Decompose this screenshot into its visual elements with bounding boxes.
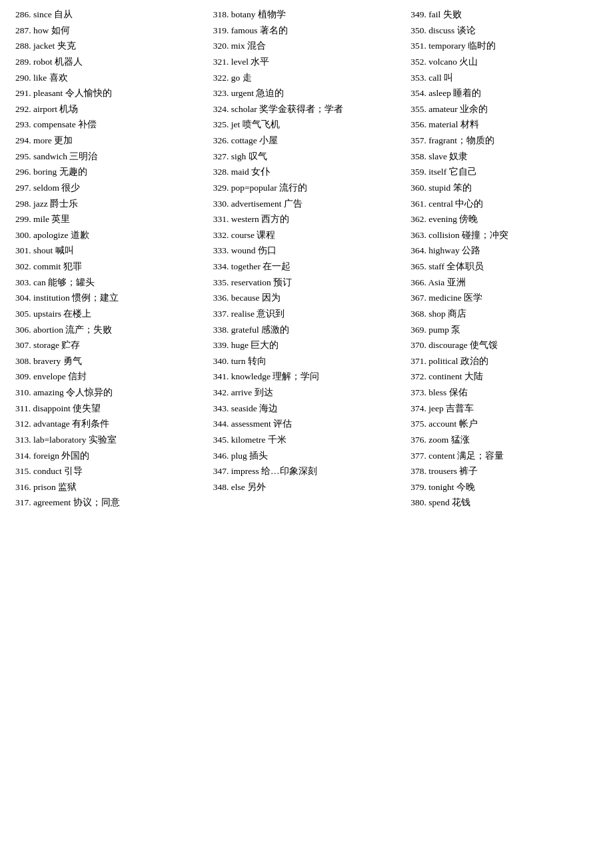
list-item: 378. trousers 裤子: [410, 463, 598, 479]
list-item: 343. seaside 海边: [213, 401, 400, 417]
list-item: 369. pump 泵: [410, 322, 598, 338]
list-item: 314. foreign 外国的: [15, 448, 203, 464]
list-item: 368. shop 商店: [410, 306, 598, 322]
list-item: 299. mile 英里: [15, 211, 203, 227]
list-item: 319. famous 著名的: [213, 23, 400, 39]
list-item: 375. account 帐户: [410, 416, 598, 432]
list-item: 359. itself 它自己: [410, 164, 598, 180]
list-item: 302. commit 犯罪: [15, 259, 203, 275]
column-2: 318. botany 植物学319. famous 著名的320. mix 混…: [208, 7, 406, 511]
list-item: 315. conduct 引导: [15, 463, 203, 479]
list-item: 345. kilometre 千米: [213, 432, 400, 448]
list-item: 360. stupid 笨的: [410, 180, 598, 196]
list-item: 288. jacket 夹克: [15, 38, 203, 54]
list-item: 322. go 走: [213, 70, 400, 86]
list-item: 307. storage 贮存: [15, 337, 203, 353]
list-item: 380. spend 花钱: [410, 495, 598, 511]
list-item: 326. cottage 小屋: [213, 133, 400, 149]
list-item: 313. lab=laboratory 实验室: [15, 432, 203, 448]
column-1: 286. since 自从287. how 如何288. jacket 夹克28…: [10, 7, 208, 511]
list-item: 348. else 另外: [213, 479, 400, 495]
list-item: 337. realise 意识到: [213, 306, 400, 322]
list-item: 291. pleasant 令人愉快的: [15, 85, 203, 101]
list-item: 340. turn 转向: [213, 353, 400, 369]
list-item: 335. reservation 预订: [213, 275, 400, 291]
list-item: 312. advantage 有利条件: [15, 416, 203, 432]
list-item: 350. discuss 谈论: [410, 23, 598, 39]
list-item: 346. plug 插头: [213, 448, 400, 464]
list-item: 331. western 西方的: [213, 211, 400, 227]
list-item: 344. assessment 评估: [213, 416, 400, 432]
list-item: 296. boring 无趣的: [15, 164, 203, 180]
list-item: 294. more 更加: [15, 133, 203, 149]
list-item: 373. bless 保佑: [410, 385, 598, 401]
list-item: 303. can 能够；罐头: [15, 275, 203, 291]
list-item: 297. seldom 很少: [15, 180, 203, 196]
list-item: 353. call 叫: [410, 70, 598, 86]
list-item: 301. shout 喊叫: [15, 243, 203, 259]
list-item: 329. pop=popular 流行的: [213, 180, 400, 196]
list-item: 358. slave 奴隶: [410, 149, 598, 165]
list-item: 298. jazz 爵士乐: [15, 196, 203, 212]
list-item: 292. airport 机场: [15, 101, 203, 117]
list-item: 310. amazing 令人惊异的: [15, 385, 203, 401]
list-item: 364. highway 公路: [410, 243, 598, 259]
list-item: 351. temporary 临时的: [410, 38, 598, 54]
list-item: 286. since 自从: [15, 7, 203, 23]
list-item: 342. arrive 到达: [213, 385, 400, 401]
list-item: 333. wound 伤口: [213, 243, 400, 259]
list-item: 316. prison 监狱: [15, 479, 203, 495]
list-item: 377. content 满足；容量: [410, 448, 598, 464]
list-item: 349. fail 失败: [410, 7, 598, 23]
list-item: 327. sigh 叹气: [213, 149, 400, 165]
list-item: 293. compensate 补偿: [15, 117, 203, 133]
list-item: 304. institution 惯例；建立: [15, 290, 203, 306]
list-item: 324. scholar 奖学金获得者；学者: [213, 101, 400, 117]
list-item: 305. upstairs 在楼上: [15, 306, 203, 322]
list-item: 336. because 因为: [213, 290, 400, 306]
list-item: 352. volcano 火山: [410, 54, 598, 70]
list-item: 311. disappoint 使失望: [15, 401, 203, 417]
list-item: 371. political 政治的: [410, 353, 598, 369]
list-item: 362. evening 傍晚: [410, 211, 598, 227]
list-item: 372. continent 大陆: [410, 369, 598, 385]
list-item: 370. discourage 使气馁: [410, 337, 598, 353]
list-item: 306. abortion 流产；失败: [15, 322, 203, 338]
list-item: 287. how 如何: [15, 23, 203, 39]
list-item: 332. course 课程: [213, 227, 400, 243]
list-item: 289. robot 机器人: [15, 54, 203, 70]
list-item: 295. sandwich 三明治: [15, 149, 203, 165]
list-item: 355. amateur 业余的: [410, 101, 598, 117]
list-item: 361. central 中心的: [410, 196, 598, 212]
list-item: 300. apologize 道歉: [15, 227, 203, 243]
list-item: 339. huge 巨大的: [213, 337, 400, 353]
list-item: 308. bravery 勇气: [15, 353, 203, 369]
list-item: 328. maid 女仆: [213, 164, 400, 180]
list-item: 341. knowledge 理解；学问: [213, 369, 400, 385]
list-item: 325. jet 喷气飞机: [213, 117, 400, 133]
list-item: 334. together 在一起: [213, 259, 400, 275]
list-item: 318. botany 植物学: [213, 7, 400, 23]
list-item: 366. Asia 亚洲: [410, 275, 598, 291]
list-item: 290. like 喜欢: [15, 70, 203, 86]
list-item: 320. mix 混合: [213, 38, 400, 54]
list-item: 365. staff 全体职员: [410, 259, 598, 275]
list-item: 374. jeep 吉普车: [410, 401, 598, 417]
list-item: 379. tonight 今晚: [410, 479, 598, 495]
list-item: 309. envelope 信封: [15, 369, 203, 385]
list-item: 367. medicine 医学: [410, 290, 598, 306]
list-item: 323. urgent 急迫的: [213, 85, 400, 101]
list-item: 321. level 水平: [213, 54, 400, 70]
list-item: 317. agreement 协议；同意: [15, 495, 203, 511]
list-item: 363. collision 碰撞；冲突: [410, 227, 598, 243]
list-item: 330. advertisement 广告: [213, 196, 400, 212]
list-item: 357. fragrant；物质的: [410, 133, 598, 149]
list-item: 347. impress 给…印象深刻: [213, 463, 400, 479]
column-3: 349. fail 失败350. discuss 谈论351. temporar…: [405, 7, 603, 511]
list-item: 356. material 材料: [410, 117, 598, 133]
main-content: 286. since 自从287. how 如何288. jacket 夹克28…: [10, 7, 603, 511]
list-item: 376. zoom 猛涨: [410, 432, 598, 448]
list-item: 338. grateful 感激的: [213, 322, 400, 338]
list-item: 354. asleep 睡着的: [410, 85, 598, 101]
